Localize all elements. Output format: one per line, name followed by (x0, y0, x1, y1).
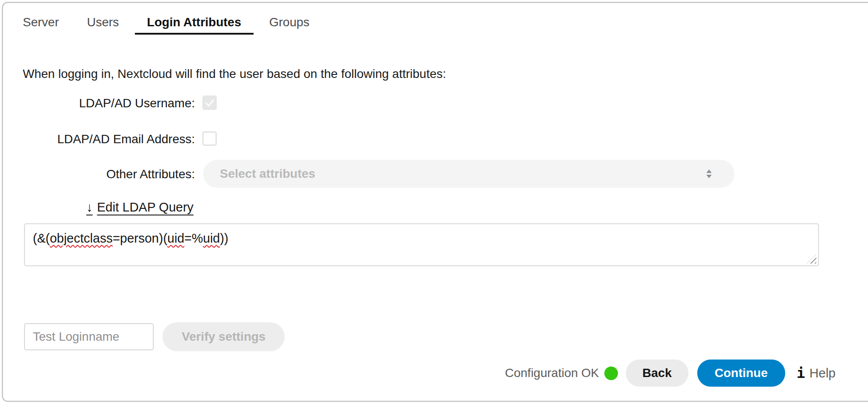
intro-text: When logging in, Nextcloud will find the… (23, 67, 446, 81)
other-attrs-select[interactable]: Select attributes (203, 160, 734, 188)
email-attr-label: LDAP/AD Email Address: (3, 132, 195, 147)
username-attr-label: LDAP/AD Username: (3, 96, 195, 111)
tab-users[interactable]: Users (74, 12, 131, 35)
textarea-resize-handle[interactable] (807, 254, 816, 264)
edit-ldap-query-link[interactable]: ↓Edit LDAP Query (86, 200, 194, 215)
back-button[interactable]: Back (626, 360, 688, 387)
ldap-query-textarea[interactable]: (&(objectclass=person)(uid=%uid)) (24, 223, 819, 266)
query-text-segment: uid (203, 231, 220, 245)
help-link[interactable]: i Help (797, 365, 836, 381)
verify-settings-button[interactable]: Verify settings (162, 322, 285, 351)
wizard-panel: Server Users Login Attributes Groups Whe… (2, 2, 868, 402)
query-text-segment: (&( (33, 231, 50, 245)
query-text-segment: uid (167, 231, 184, 245)
wizard-footer: Configuration OK Back Continue i Help (505, 359, 836, 388)
continue-button[interactable]: Continue (697, 360, 785, 387)
tab-server[interactable]: Server (11, 12, 71, 35)
query-text-segment: =% (184, 231, 203, 245)
email-attr-checkbox[interactable] (202, 131, 217, 146)
tab-groups[interactable]: Groups (257, 12, 322, 35)
select-updown-icon (706, 169, 712, 178)
query-text-segment: =person)( (113, 231, 167, 245)
query-text-segment: )) (220, 231, 228, 245)
tab-login-attributes[interactable]: Login Attributes (135, 12, 254, 35)
configuration-status-text: Configuration OK (505, 366, 599, 380)
edit-ldap-query-label: Edit LDAP Query (97, 200, 194, 214)
other-attrs-label: Other Attributes: (3, 167, 195, 182)
down-arrow-icon: ↓ (86, 200, 93, 214)
tab-bar: Server Users Login Attributes Groups (11, 12, 322, 35)
help-label: Help (809, 366, 836, 381)
check-icon (205, 98, 215, 108)
select-placeholder: Select attributes (220, 167, 315, 181)
query-text-segment: objectclass (50, 231, 113, 245)
status-ok-dot-icon (604, 367, 618, 380)
username-attr-checkbox (202, 95, 217, 110)
test-loginname-input[interactable] (24, 323, 154, 350)
info-icon: i (797, 365, 805, 381)
